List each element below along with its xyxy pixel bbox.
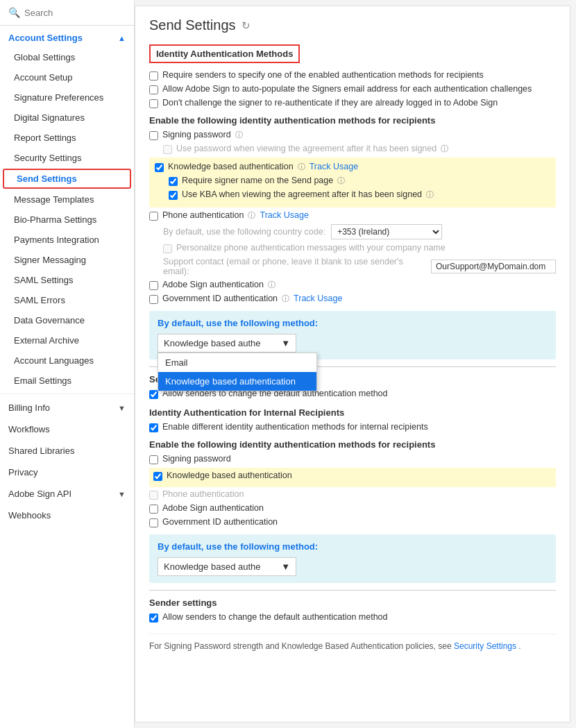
sidebar-item-security-settings[interactable]: Security Settings bbox=[0, 148, 134, 168]
sidebar-item-saml-settings[interactable]: SAML Settings bbox=[0, 270, 134, 290]
auth-phone: Phone authentication ⓘ Track Usage bbox=[149, 210, 556, 221]
footer-security-settings-link[interactable]: Security Settings bbox=[454, 641, 516, 651]
account-settings-header[interactable]: Account Settings ▲ bbox=[0, 26, 134, 47]
adobe-sign-help-icon[interactable]: ⓘ bbox=[268, 280, 276, 290]
auth-use-password-input[interactable] bbox=[163, 145, 172, 154]
phone-track-usage-link[interactable]: Track Usage bbox=[260, 210, 308, 220]
internal-auth-govt-id-input[interactable] bbox=[149, 518, 158, 527]
internal-auth-phone-input[interactable] bbox=[149, 491, 158, 500]
checkbox-require-senders-input[interactable] bbox=[149, 71, 158, 81]
internal-auth-kba-input[interactable] bbox=[153, 472, 162, 481]
auth-signing-password: Signing password ⓘ bbox=[149, 130, 556, 140]
sidebar-item-payments-integration[interactable]: Payments Integration bbox=[0, 230, 134, 250]
auth-use-password: Use password when viewing the agreement … bbox=[149, 144, 556, 154]
internal-auth-signing-password-label: Signing password bbox=[162, 454, 231, 464]
sidebar-item-email-settings[interactable]: Email Settings bbox=[0, 371, 134, 391]
sidebar-item-digital-signatures[interactable]: Digital Signatures bbox=[0, 108, 134, 128]
sidebar-item-message-templates[interactable]: Message Templates bbox=[0, 189, 134, 210]
internal-auth-phone: Phone authentication bbox=[149, 489, 556, 500]
auth-adobe-sign-input[interactable] bbox=[149, 281, 158, 290]
internal-kba-highlighted: Knowledge based authentication bbox=[149, 468, 556, 487]
govt-id-track-usage-link[interactable]: Track Usage bbox=[294, 294, 342, 303]
sidebar-item-report-settings[interactable]: Report Settings bbox=[0, 128, 134, 148]
internal-auth-kba-label: Knowledge based authentication bbox=[167, 471, 292, 480]
footer-period: . bbox=[518, 641, 520, 651]
search-icon: 🔍 bbox=[8, 7, 20, 18]
internal-default-method-selected[interactable]: Knowledge based authe ▼ bbox=[158, 557, 296, 576]
kba-track-usage-link[interactable]: Track Usage bbox=[310, 162, 358, 171]
internal-auth-adobe-sign-label: Adobe Sign authentication bbox=[162, 503, 264, 513]
sidebar-item-billing-info[interactable]: Billing Info ▼ bbox=[0, 397, 134, 418]
sidebar-item-bio-pharma-settings[interactable]: Bio-Pharma Settings bbox=[0, 210, 134, 230]
auth-govt-id-input[interactable] bbox=[149, 295, 158, 304]
phone-country-label: By default, use the following country co… bbox=[163, 227, 325, 237]
auth-personalize-phone: Personalize phone authentication message… bbox=[149, 243, 556, 253]
default-method-selected[interactable]: Knowledge based authe ▼ bbox=[158, 334, 296, 353]
dropdown-option-email[interactable]: Email bbox=[158, 353, 316, 372]
checkbox-dont-challenge-input[interactable] bbox=[149, 99, 158, 108]
refresh-icon[interactable]: ↻ bbox=[242, 19, 251, 32]
internal-sender-allow-change-input[interactable] bbox=[149, 613, 158, 623]
sidebar-item-signature-preferences[interactable]: Signature Preferences bbox=[0, 87, 134, 108]
sidebar-item-webhooks[interactable]: Webhooks bbox=[0, 505, 134, 526]
dropdown-option-kba[interactable]: Knowledge based authentication bbox=[158, 372, 316, 391]
kba-help-icon[interactable]: ⓘ bbox=[298, 162, 305, 172]
auth-require-signer-name-input[interactable] bbox=[169, 177, 178, 186]
default-method-section: By default, use the following method: Kn… bbox=[149, 311, 556, 359]
adobe-sign-api-chevron: ▼ bbox=[118, 490, 126, 498]
section-header-box: Identity Authentication Methods bbox=[149, 44, 300, 63]
sidebar-item-send-settings[interactable]: Send Settings bbox=[3, 169, 131, 189]
internal-sender-allow-change-label: Allow senders to change the default auth… bbox=[162, 612, 388, 622]
checkbox-allow-adobe-sign: Allow Adobe Sign to auto-populate the Si… bbox=[149, 84, 556, 94]
phone-country-select[interactable]: +353 (Ireland) bbox=[331, 224, 442, 239]
kba-section: Knowledge based authentication ⓘ Track U… bbox=[149, 158, 556, 208]
phone-support-input[interactable] bbox=[431, 260, 556, 273]
account-settings-items: Global Settings Account Setup Signature … bbox=[0, 47, 134, 391]
sidebar-item-workflows[interactable]: Workflows bbox=[0, 418, 134, 440]
require-signer-name-help-icon[interactable]: ⓘ bbox=[337, 176, 345, 186]
sidebar-item-privacy[interactable]: Privacy bbox=[0, 462, 134, 483]
sidebar-item-account-setup[interactable]: Account Setup bbox=[0, 67, 134, 87]
auth-personalize-phone-input[interactable] bbox=[163, 244, 172, 253]
signing-password-help-icon[interactable]: ⓘ bbox=[235, 130, 243, 140]
search-input[interactable] bbox=[24, 8, 126, 18]
auth-use-kba-viewing: Use KBA when viewing the agreement after… bbox=[155, 189, 550, 200]
sidebar-item-saml-errors[interactable]: SAML Errors bbox=[0, 290, 134, 310]
govt-id-help-icon[interactable]: ⓘ bbox=[282, 294, 289, 304]
phone-help-icon[interactable]: ⓘ bbox=[248, 210, 255, 221]
auth-use-kba-viewing-input[interactable] bbox=[169, 191, 178, 200]
sidebar-item-external-archive[interactable]: External Archive bbox=[0, 330, 134, 350]
sidebar-item-shared-libraries[interactable]: Shared Libraries bbox=[0, 440, 134, 462]
use-kba-viewing-help-icon[interactable]: ⓘ bbox=[426, 189, 434, 200]
internal-auth-signing-password-input[interactable] bbox=[149, 455, 158, 464]
internal-sender-settings-label: Sender settings bbox=[149, 598, 556, 608]
internal-auth-signing-password: Signing password bbox=[149, 454, 556, 464]
shared-libraries-label: Shared Libraries bbox=[8, 446, 74, 456]
internal-default-method-dropdown[interactable]: Knowledge based authe ▼ bbox=[158, 557, 296, 576]
default-method-dropdown[interactable]: Knowledge based authe ▼ Email Knowledge … bbox=[158, 334, 296, 353]
checkbox-allow-adobe-sign-input[interactable] bbox=[149, 85, 158, 94]
checkbox-require-senders: Require senders to specify one of the en… bbox=[149, 70, 556, 81]
sidebar-divider-1 bbox=[0, 393, 134, 394]
billing-info-chevron: ▼ bbox=[118, 404, 126, 412]
auth-phone-input[interactable] bbox=[149, 212, 158, 221]
sidebar-item-account-languages[interactable]: Account Languages bbox=[0, 350, 134, 371]
phone-country-row: By default, use the following country co… bbox=[163, 224, 556, 239]
auth-kba-label: Knowledge based authentication bbox=[168, 162, 294, 171]
internal-enable-different-input[interactable] bbox=[149, 423, 158, 432]
auth-require-signer-name: Require signer name on the Send page ⓘ bbox=[155, 176, 550, 186]
auth-signing-password-input[interactable] bbox=[149, 131, 158, 140]
footer-note: For Signing Password strength and Knowle… bbox=[149, 634, 556, 651]
page-title: Send Settings bbox=[149, 17, 236, 33]
use-password-help-icon[interactable]: ⓘ bbox=[441, 144, 448, 154]
internal-auth-adobe-sign-input[interactable] bbox=[149, 505, 158, 514]
sidebar-item-data-governance[interactable]: Data Governance bbox=[0, 310, 134, 330]
auth-phone-label: Phone authentication bbox=[162, 210, 244, 220]
search-bar[interactable]: 🔍 bbox=[0, 0, 134, 26]
sidebar-item-adobe-sign-api[interactable]: Adobe Sign API ▼ bbox=[0, 483, 134, 505]
internal-enable-auth-label: Enable the following identity authentica… bbox=[149, 439, 556, 450]
sidebar-item-global-settings[interactable]: Global Settings bbox=[0, 47, 134, 67]
auth-kba-input[interactable] bbox=[155, 163, 164, 172]
checkbox-allow-adobe-sign-label: Allow Adobe Sign to auto-populate the Si… bbox=[162, 84, 532, 94]
sidebar-item-signer-messaging[interactable]: Signer Messaging bbox=[0, 250, 134, 270]
